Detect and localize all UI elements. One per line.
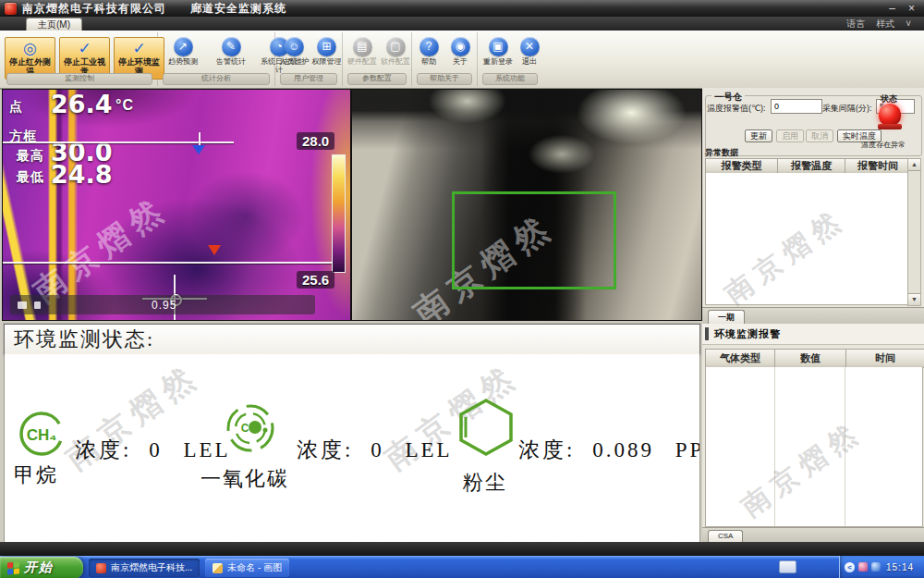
- menu-style[interactable]: 样式: [876, 17, 894, 31]
- title-bar: 南京熠然电子科技有限公司 廊道安全监测系统 – ×: [0, 0, 924, 17]
- alarm-table-header: 报警类型 报警温度 报警时间: [705, 158, 911, 174]
- tab-phase-one[interactable]: 一期: [708, 310, 745, 325]
- col-alarm-type[interactable]: 报警类型: [705, 158, 778, 174]
- svg-text:C: C: [241, 422, 249, 435]
- accent-bar: [705, 327, 709, 340]
- trend-predict-button[interactable]: ↗ 趋势预测: [162, 37, 204, 74]
- gas-value: 浓度: 0 LEL: [75, 436, 231, 464]
- group-label: 系统功能: [482, 73, 538, 85]
- language-bar-icon[interactable]: [779, 560, 796, 573]
- col-gas-value[interactable]: 数值: [775, 349, 846, 368]
- trend-icon: ↗: [174, 37, 193, 56]
- about-button[interactable]: ◉ 关于: [447, 37, 473, 66]
- temperature-colorbar: [332, 154, 346, 273]
- button-label: 权限管理: [312, 57, 342, 66]
- task-app-button[interactable]: 南京熠然电子科技...: [89, 559, 200, 577]
- thermal-camera-view[interactable]: 南京熠然 点 26.4 °C 方框 最高 30.0 最低 24.8 28.0 2…: [2, 89, 351, 321]
- enable-button[interactable]: 启用: [776, 129, 804, 142]
- tab-home[interactable]: 主页(M): [26, 18, 82, 31]
- emissivity-value: 0.95: [152, 299, 176, 312]
- watermark: 南京熠然: [734, 412, 869, 526]
- gas-table-body: 南京熠然: [705, 367, 923, 527]
- app-icon: [5, 3, 17, 15]
- tab-row: 主页(M) 语言 样式 ˅: [0, 17, 924, 31]
- alarm-table-body: 南京熠然: [705, 173, 908, 305]
- gas-table-header: 气体类型 数值 时间: [705, 349, 924, 368]
- tray-icon[interactable]: [858, 562, 868, 572]
- exit-button[interactable]: ✕ 退出: [518, 37, 541, 66]
- hardware-config-button[interactable]: ▤ 硬件配置: [346, 37, 378, 66]
- group-parameters: ▤ 硬件配置 ▢ 软件配置 参数配置: [343, 32, 412, 86]
- alarm-table-scrollbar[interactable]: ▲ ▼: [907, 158, 921, 306]
- ring-icon: ◎: [23, 41, 37, 57]
- software-config-button[interactable]: ▢ 软件配置: [380, 37, 411, 66]
- column-divider: [845, 367, 845, 526]
- task-paint-button[interactable]: 未命名 - 画图: [205, 559, 289, 577]
- task-label: 南京熠然电子科技...: [111, 561, 192, 574]
- minimize-icon[interactable]: –: [889, 2, 895, 15]
- update-button[interactable]: 更新: [745, 129, 772, 142]
- button-label: 帮助: [421, 57, 436, 66]
- phase-tabstrip: 一期: [702, 307, 924, 325]
- button-label: 硬件配置: [347, 57, 377, 66]
- group-label: 参数配置: [347, 73, 407, 85]
- cancel-button[interactable]: 取消: [806, 129, 833, 142]
- app-title: 廊道安全监测系统: [190, 1, 286, 17]
- spot-label: 点: [9, 99, 23, 116]
- chevron-down-icon[interactable]: ˅: [906, 17, 911, 31]
- button-label: 软件配置: [381, 57, 410, 66]
- temp-alarm-input[interactable]: [771, 99, 822, 114]
- watermark: 南京熠然: [717, 200, 853, 314]
- checkmark-icon: ✓: [78, 41, 91, 57]
- start-button[interactable]: 开始: [0, 557, 83, 578]
- unit-label: °C: [116, 97, 134, 114]
- group-statistics: ↗ 趋势预测 ✎ 告警统计 ◔ 系统日志统计 统计分析: [158, 32, 275, 86]
- hardware-icon: ▤: [353, 37, 372, 56]
- personnel-button[interactable]: ☺ 人员维护: [279, 37, 310, 66]
- button-label: 告警统计: [216, 57, 246, 66]
- group-label: 统计分析: [163, 73, 270, 85]
- scroll-up-icon[interactable]: ▲: [908, 159, 920, 171]
- help-button[interactable]: ? 帮助: [416, 37, 442, 66]
- bin-title: 一号仓: [711, 91, 745, 104]
- button-label: 重新登录: [483, 57, 513, 66]
- col-alarm-temp[interactable]: 报警温度: [778, 158, 845, 174]
- group-monitor-control: ◎ 停止红外测温 ✓ 停止工业视觉 ✓ 停止环境监测 监测控制: [2, 32, 158, 86]
- red-marker-icon: [208, 245, 221, 255]
- taskbar-clock: 15:14: [886, 562, 914, 572]
- permission-button[interactable]: ⊞ 权限管理: [311, 37, 342, 66]
- detection-rectangle: [452, 191, 616, 289]
- gas-name: 粉尘: [463, 469, 507, 497]
- dust-icon: [457, 397, 515, 458]
- svg-text:CH₄: CH₄: [27, 426, 57, 444]
- scroll-down-icon[interactable]: ▼: [908, 293, 920, 305]
- carbon-monoxide-icon: C: [225, 402, 276, 454]
- globe-icon: ◉: [451, 37, 470, 56]
- thermal-info-bar: 0.95: [10, 295, 315, 314]
- scale-min-badge: 25.6: [297, 271, 334, 289]
- env-alarm-title: 环境监测报警: [714, 327, 781, 341]
- start-label: 开始: [24, 560, 54, 576]
- scale-max-badge: 28.0: [297, 132, 334, 150]
- col-alarm-time[interactable]: 报警时间: [845, 158, 911, 174]
- person-icon: ☺: [285, 37, 304, 56]
- col-gas-type[interactable]: 气体类型: [705, 349, 775, 368]
- group-system: ▣ 重新登录 ✕ 退出 系统功能: [478, 32, 542, 86]
- button-label: 关于: [453, 57, 468, 66]
- tray-icon[interactable]: [871, 562, 881, 572]
- alarm-lamp-icon: [878, 104, 902, 131]
- company-title: 南京熠然电子科技有限公司: [22, 1, 166, 17]
- lamp-status-text: 温度存在异常: [861, 140, 906, 150]
- gas-name: 一氧化碳: [201, 465, 289, 493]
- menu-language[interactable]: 语言: [846, 17, 865, 31]
- relogin-button[interactable]: ▣ 重新登录: [481, 37, 515, 66]
- right-panel: 一号仓 温度报警值(℃): 采集间隔(分): 更新 启用 取消 实时温度 状态 …: [702, 88, 924, 542]
- tray-chevron-icon[interactable]: <: [845, 562, 855, 572]
- alarm-stats-button[interactable]: ✎ 告警统计: [210, 37, 252, 74]
- col-gas-time[interactable]: 时间: [846, 349, 924, 368]
- close-icon[interactable]: ×: [908, 2, 915, 15]
- env-status-header: 环境监测状态:: [4, 324, 700, 355]
- button-label: 退出: [522, 57, 537, 66]
- industrial-camera-view[interactable]: 南京熠然: [351, 89, 702, 321]
- tab-csa[interactable]: CSA: [708, 530, 743, 543]
